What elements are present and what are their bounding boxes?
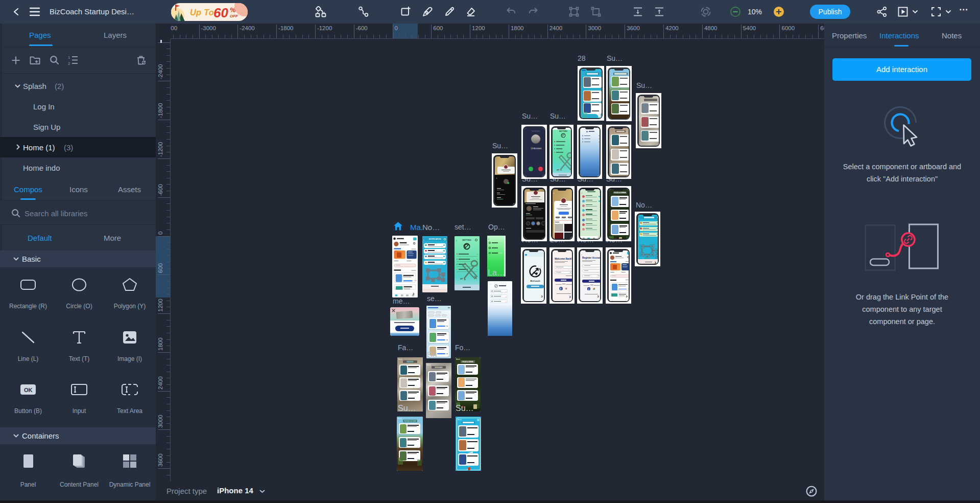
svg-text:OK: OK [24,387,33,393]
svg-text:1: 1 [68,55,70,60]
svg-text:2: 2 [68,61,70,65]
